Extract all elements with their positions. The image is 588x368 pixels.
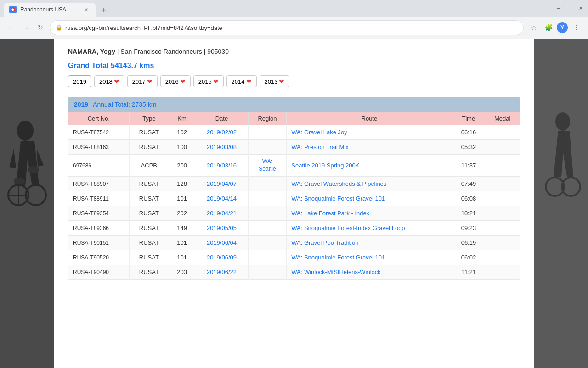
club-name: San Francisco Randonneurs bbox=[120, 48, 202, 55]
route-link[interactable]: WA: Gravel Lake Joy bbox=[291, 129, 347, 136]
route-link[interactable]: WA: Lake Forest Park - Index bbox=[291, 210, 369, 217]
route-cell: WA: Winlock-MtStHelens-Winlock bbox=[287, 265, 452, 280]
col-medal: Medal bbox=[485, 112, 520, 125]
region-link[interactable]: WA:Seattle bbox=[259, 158, 276, 172]
time-cell: 05:32 bbox=[452, 140, 485, 155]
url-bar[interactable]: 🔒 rusa.org/cgi-bin/resultsearch_PF.pl?mi… bbox=[50, 20, 524, 35]
year-button-2018[interactable]: 2018 ❤ bbox=[94, 75, 124, 87]
year-label-2018: 2018 bbox=[99, 78, 113, 85]
date-cell: 2019/04/21 bbox=[195, 206, 249, 221]
refresh-button[interactable]: ↻ bbox=[35, 22, 46, 33]
date-link[interactable]: 2019/05/05 bbox=[207, 224, 237, 231]
date-link[interactable]: 2019/04/07 bbox=[207, 180, 237, 187]
extension-puzzle-icon[interactable]: 🧩 bbox=[542, 21, 555, 34]
route-link[interactable]: WA: Snoqualmie Forest Gravel 101 bbox=[291, 254, 385, 261]
date-link[interactable]: 2019/06/22 bbox=[207, 269, 237, 276]
heart-icon-2013: ❤ bbox=[279, 78, 284, 85]
year-label-2013: 2013 bbox=[265, 78, 278, 85]
km-cell: 128 bbox=[169, 177, 195, 191]
year-button-2014[interactable]: 2014 ❤ bbox=[226, 75, 257, 87]
col-cert-no: Cert No. bbox=[68, 112, 129, 125]
back-button[interactable]: ← bbox=[6, 22, 17, 33]
table-row: RUSA-T90490 RUSAT 203 2019/06/22 WA: Win… bbox=[68, 265, 520, 280]
cyclist-left-photo bbox=[0, 39, 60, 368]
tab-favicon bbox=[9, 6, 17, 13]
table-row: RUSA-T87542 RUSAT 102 2019/02/02 WA: Gra… bbox=[68, 125, 520, 140]
year-label-2015: 2015 bbox=[198, 78, 212, 85]
route-cell: WA: Lake Forest Park - Index bbox=[287, 206, 452, 221]
year-button-2015[interactable]: 2015 ❤ bbox=[193, 75, 224, 87]
rider-info: NAMARA, Yogy | San Francisco Randonneurs… bbox=[68, 48, 520, 55]
year-button-2013[interactable]: 2013 ❤ bbox=[260, 75, 290, 87]
year-label-2017: 2017 bbox=[132, 78, 146, 85]
cert-no-cell: RUSA-T89366 bbox=[68, 221, 129, 236]
menu-dots-icon[interactable]: ⋮ bbox=[570, 21, 582, 34]
route-link[interactable]: WA: Preston Trail Mix bbox=[291, 144, 348, 150]
tab-title: Randonneurs USA bbox=[20, 6, 79, 13]
year-button-2016[interactable]: 2016 ❤ bbox=[160, 75, 191, 87]
route-link[interactable]: WA: Winlock-MtStHelens-Winlock bbox=[291, 269, 381, 276]
maximize-button[interactable]: ⬜ bbox=[566, 5, 573, 12]
minimize-button[interactable]: ─ bbox=[555, 5, 562, 12]
type-cell: RUSAT bbox=[129, 191, 169, 206]
date-cell: 2019/05/05 bbox=[195, 221, 249, 236]
forward-button[interactable]: → bbox=[20, 22, 31, 33]
route-link[interactable]: Seattle 2019 Spring 200K bbox=[291, 162, 359, 169]
region-cell bbox=[248, 177, 287, 191]
col-route: Route bbox=[287, 112, 452, 125]
date-link[interactable]: 2019/04/21 bbox=[207, 210, 237, 217]
medal-cell bbox=[485, 191, 520, 206]
year-button-2017[interactable]: 2017 ❤ bbox=[127, 75, 158, 87]
rider-name: NAMARA, Yogy bbox=[68, 48, 115, 55]
region-cell bbox=[248, 206, 287, 221]
route-cell: WA: Gravel Poo Tradition bbox=[287, 236, 452, 250]
route-link[interactable]: WA: Gravel Watersheds & Pipelines bbox=[291, 180, 386, 187]
date-link[interactable]: 2019/04/14 bbox=[207, 195, 237, 202]
time-cell: 07:49 bbox=[452, 177, 485, 191]
date-cell: 2019/06/04 bbox=[195, 236, 249, 250]
type-cell: RUSAT bbox=[129, 140, 169, 155]
date-cell: 2019/04/14 bbox=[195, 191, 249, 206]
km-cell: 102 bbox=[169, 125, 195, 140]
bookmark-star-icon[interactable]: ☆ bbox=[527, 21, 540, 34]
close-window-button[interactable]: ✕ bbox=[577, 5, 584, 12]
date-link[interactable]: 2019/06/09 bbox=[207, 254, 237, 261]
svg-point-3 bbox=[14, 178, 25, 185]
date-link[interactable]: 2019/03/08 bbox=[207, 144, 237, 150]
route-link[interactable]: WA: Snoqualmie Forest Gravel 101 bbox=[291, 195, 385, 202]
table-year-label: 2019 bbox=[74, 101, 88, 108]
km-cell: 200 bbox=[169, 155, 195, 177]
route-link[interactable]: WA: Snoqualmie Forest-Index Gravel Loop bbox=[291, 224, 405, 231]
table-year-header: 2019 Annual Total: 2735 km bbox=[68, 97, 520, 112]
type-cell: ACPB bbox=[129, 155, 169, 177]
tab-bar: Randonneurs USA ✕ + bbox=[4, 0, 110, 17]
profile-avatar[interactable]: Y bbox=[557, 22, 568, 33]
bg-photo-right bbox=[528, 39, 588, 368]
date-cell: 2019/03/16 bbox=[195, 155, 249, 177]
route-link[interactable]: WA: Gravel Poo Tradition bbox=[291, 239, 358, 246]
url-text: rusa.org/cgi-bin/resultsearch_PF.pl?mid=… bbox=[65, 24, 222, 31]
cert-no-cell: RUSA-T89354 bbox=[68, 206, 129, 221]
table-row: RUSA-T88163 RUSAT 100 2019/03/08 WA: Pre… bbox=[68, 140, 520, 155]
heart-icon-2017: ❤ bbox=[147, 78, 153, 85]
year-buttons-row: 2019 2018 ❤ 2017 ❤ 2016 ❤ 2015 ❤ 2014 ❤ … bbox=[68, 75, 520, 87]
heart-icon-2016: ❤ bbox=[180, 78, 186, 85]
new-tab-button[interactable]: + bbox=[97, 4, 110, 17]
route-cell: Seattle 2019 Spring 200K bbox=[287, 155, 452, 177]
time-cell: 06:02 bbox=[452, 250, 485, 265]
lock-icon: 🔒 bbox=[56, 24, 62, 31]
table-row: RUSA-T89354 RUSAT 202 2019/04/21 WA: Lak… bbox=[68, 206, 520, 221]
type-cell: RUSAT bbox=[129, 221, 169, 236]
year-button-2019[interactable]: 2019 bbox=[68, 75, 91, 87]
col-time: Time bbox=[452, 112, 485, 125]
region-cell bbox=[248, 265, 287, 280]
date-link[interactable]: 2019/03/16 bbox=[207, 162, 237, 169]
tab-close-button[interactable]: ✕ bbox=[83, 6, 90, 13]
date-link[interactable]: 2019/02/02 bbox=[207, 129, 237, 136]
active-tab[interactable]: Randonneurs USA ✕ bbox=[4, 3, 96, 17]
heart-icon-2018: ❤ bbox=[114, 78, 119, 85]
results-table-wrapper: 2019 Annual Total: 2735 km Cert No. Type… bbox=[68, 97, 520, 280]
heart-icon-2015: ❤ bbox=[213, 78, 219, 85]
date-link[interactable]: 2019/06/04 bbox=[207, 239, 237, 246]
region-cell bbox=[248, 125, 287, 140]
